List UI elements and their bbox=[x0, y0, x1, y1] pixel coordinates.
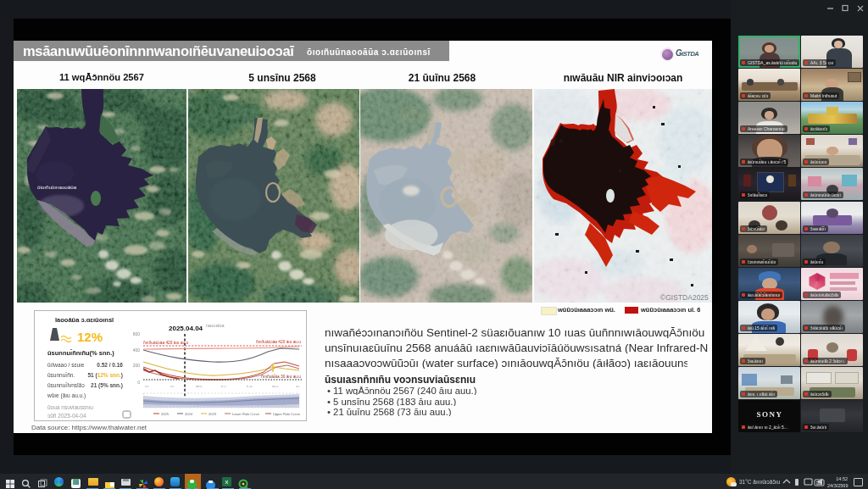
svg-text:©GISTDA2025: ©GISTDA2025 bbox=[660, 293, 709, 302]
svg-text:ñnıñuāūɔāa 420 āıu au.u: ñnıñuāūɔāa 420 āıu au.u bbox=[256, 340, 301, 344]
svg-text:ũoua nsuviausɛnıu: ũoua nsuviausɛnıu bbox=[47, 404, 93, 410]
svg-text:2023: 2023 bbox=[209, 412, 217, 416]
svg-text:400: 400 bbox=[133, 347, 141, 353]
svg-text:ñnıñuāūɔāa 420 āıu au.u: ñnıñuāūɔāa 420 āıu au.u bbox=[143, 341, 188, 345]
svg-text:51 (12% snn.): 51 (12% snn.) bbox=[87, 372, 123, 379]
svg-text:n.ı.: n.ı. bbox=[221, 384, 226, 388]
svg-text:2025: 2025 bbox=[161, 412, 170, 416]
svg-text:2025.04.04: 2025.04.04 bbox=[169, 325, 203, 332]
svg-text:ıu.: ıu. bbox=[170, 384, 175, 388]
svg-text:ūsunnuı̄īvnsīāɔ: ūsunnuı̄īvnsīāɔ bbox=[47, 382, 85, 388]
svg-text:ıu.: ıu. bbox=[296, 384, 300, 388]
svg-text:ūsunnuı̄ñnıñu(% snn.): ūsunnuı̄ñnıñu(% snn.) bbox=[47, 349, 114, 357]
svg-text:200: 200 bbox=[133, 363, 141, 368]
svg-text:Upper Rule Curve: Upper Rule Curve bbox=[273, 412, 301, 416]
svg-text:wıu.: wıu. bbox=[196, 384, 203, 388]
svg-text:w.u.: w.u. bbox=[272, 384, 279, 388]
svg-text:12%: 12% bbox=[77, 330, 103, 344]
svg-text:600: 600 bbox=[133, 331, 141, 336]
svg-text:ıu.: ıu. bbox=[145, 384, 149, 388]
svg-text:2024: 2024 bbox=[185, 412, 193, 416]
svg-text:0: 0 bbox=[137, 380, 140, 385]
svg-text:ɔũñ 2025-04-04: ɔũñ 2025-04-04 bbox=[47, 413, 86, 419]
svg-text:ūıīwaao / sɛuıe: ūıīwaao / sɛuıe bbox=[47, 362, 85, 368]
svg-text:wūıe (āıu au.u.): wūıe (āıu au.u.) bbox=[47, 392, 86, 399]
svg-text:Lower Rule Curve: Lower Rule Curve bbox=[232, 412, 260, 416]
svg-text:21 (5% snn.): 21 (5% snn.) bbox=[91, 382, 123, 389]
svg-text:n.u.: n.u. bbox=[247, 384, 253, 388]
svg-text:ūsunnuı̄ñn.: ūsunnuı̄ñn. bbox=[47, 372, 75, 378]
svg-text:īaooāūa ɔ.ɑɛıūoınsī: īaooāūa ɔ.ɑɛıūoınsī bbox=[54, 316, 114, 324]
svg-text:ōioıñuūınaooāūa: ōioıñuūınaooāūa bbox=[37, 184, 77, 190]
svg-text:ñnıñuāı̄āa 30 āıu au.u: ñnıñuāı̄āa 30 āıu au.u bbox=[261, 374, 301, 379]
svg-text:0.52 / 0.16: 0.52 / 0.16 bbox=[97, 362, 123, 368]
svg-text:īaooāūa: īaooāūa bbox=[206, 323, 225, 328]
